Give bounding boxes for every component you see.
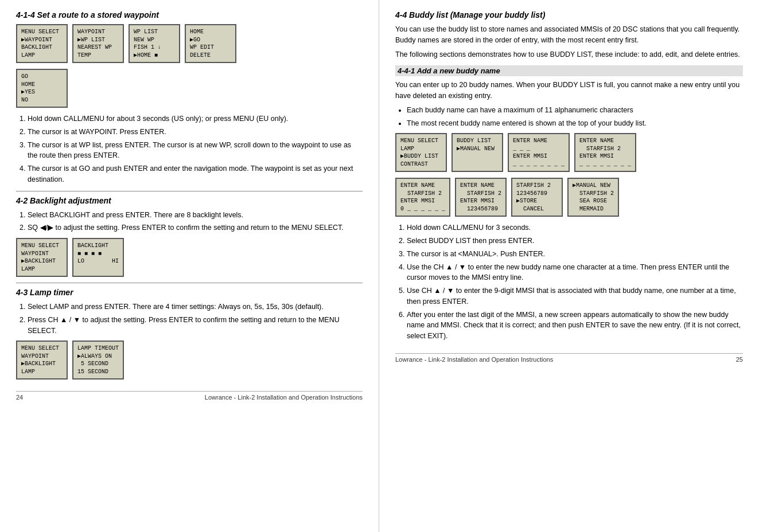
screen-row-backlight: MENU SELECT WAYPOINT ▶BACKLIGHT LAMP BAC… bbox=[16, 238, 363, 277]
section-title-4-4: 4-4 Buddy list (Manage your buddy list) bbox=[395, 10, 743, 19]
lcd-menu-select-backlight: MENU SELECT WAYPOINT ▶BACKLIGHT LAMP bbox=[16, 238, 68, 277]
lcd-enter-name-2: ENTER NAME STARFISH 2 ENTER MMSI _ _ _ _… bbox=[574, 133, 636, 172]
left-page: 4-1-4 Set a route to a stored waypoint M… bbox=[0, 0, 379, 532]
bullet-list: Each buddy name can have a maximum of 11… bbox=[407, 105, 743, 129]
left-footer-text: Lowrance - Link-2 Installation and Opera… bbox=[205, 394, 363, 401]
lcd-enter-mmsi-full: ENTER NAME STARFISH 2 ENTER MMSI 1234567… bbox=[455, 178, 507, 217]
section-title-4-3: 4-3 Lamp timer bbox=[16, 288, 363, 297]
lcd-lamp-timeout: LAMP TIMEOUT ▶ALWAYS ON 5 SECOND 15 SECO… bbox=[72, 341, 124, 380]
lcd-starfish-store: STARFISH 2 123456789 ▶STORE CANCEL bbox=[511, 178, 563, 217]
left-footer-page: 24 bbox=[16, 394, 23, 401]
lcd-wp-list: WP LIST NEW WP FISH 1 ↓ ▶HOME ■ bbox=[129, 24, 180, 63]
step-1-2: The cursor is at WAYPOINT. Press ENTER. bbox=[28, 127, 363, 138]
divider-1 bbox=[16, 191, 363, 191]
steps-list-3: Select LAMP and press ENTER. There are 4… bbox=[28, 302, 363, 336]
lcd-waypoint: WAYPOINT ▶WP LIST NEAREST WP TEMP bbox=[72, 24, 124, 63]
lcd-home: HOME ▶GO WP EDIT DELETE bbox=[185, 24, 236, 63]
lcd-menu-buddy-list: MENU SELECT LAMP ▶BUDDY LIST CONTRAST bbox=[395, 133, 447, 172]
left-footer: 24 Lowrance - Link-2 Installation and Op… bbox=[16, 391, 363, 401]
divider-2 bbox=[16, 283, 363, 283]
steps-list-2: Select BACKLIGHT and press ENTER. There … bbox=[28, 210, 363, 234]
buddy-step-6: After you enter the last digit of the MM… bbox=[407, 310, 743, 342]
step-2-2: SQ ◀/▶ to adjust the setting. Press ENTE… bbox=[28, 222, 363, 233]
buddy-screen-row-1: MENU SELECT LAMP ▶BUDDY LIST CONTRAST BU… bbox=[395, 133, 743, 172]
right-footer: Lowrance - Link-2 Installation and Opera… bbox=[395, 353, 743, 363]
lcd-menu-select-1: MENU SELECT ▶WAYPOINT BACKLIGHT LAMP bbox=[16, 24, 68, 63]
step-1-1: Hold down CALL/MENU for about 3 seconds … bbox=[28, 114, 363, 124]
steps-list-1: Hold down CALL/MENU for about 3 seconds … bbox=[28, 114, 363, 185]
intro-text-1: You can use the buddy list to store name… bbox=[395, 24, 743, 46]
section-title-4-2: 4-2 Backlight adjustment bbox=[16, 196, 363, 205]
subsection-title-4-4-1: 4-4-1 Add a new buddy name bbox=[395, 65, 743, 76]
section-title-4-1-4: 4-1-4 Set a route to a stored waypoint bbox=[16, 10, 363, 19]
buddy-step-1: Hold down CALL/MENU for 3 seconds. bbox=[407, 222, 743, 233]
screen-row-lamp: MENU SELECT WAYPOINT ▶BACKLIGHT LAMP LAM… bbox=[16, 341, 363, 380]
step-1-4: The cursor is at GO and push ENTER and e… bbox=[28, 163, 363, 185]
buddy-steps-list: Hold down CALL/MENU for 3 seconds. Selec… bbox=[407, 222, 743, 342]
step-2-1: Select BACKLIGHT and press ENTER. There … bbox=[28, 210, 363, 221]
step-1-3: The cursor is at WP list, press ENTER. T… bbox=[28, 140, 363, 162]
intro-text-2: The following sections demonstrates how … bbox=[395, 49, 743, 60]
lcd-enter-mmsi-partial: ENTER NAME STARFISH 2 ENTER MMSI 0 _ _ _… bbox=[395, 178, 450, 217]
buddy-step-4: Use the CH ▲ / ▼ to enter the new buddy … bbox=[407, 262, 743, 284]
lcd-buddy-list-manual: BUDDY LIST ▶MANUAL NEW bbox=[451, 133, 503, 172]
buddy-step-3: The cursor is at <MANUAL>. Push ENTER. bbox=[407, 249, 743, 260]
bullet-1: Each buddy name can have a maximum of 11… bbox=[407, 105, 743, 116]
right-footer-text: Lowrance - Link-2 Installation and Opera… bbox=[395, 356, 553, 363]
buddy-step-2: Select BUDDY LIST then press ENTER. bbox=[407, 236, 743, 247]
lcd-manual-new-list: ▶MANUAL NEW STARFISH 2 SEA ROSE MERMAID bbox=[567, 178, 619, 217]
right-page: 4-4 Buddy list (Manage your buddy list) … bbox=[379, 0, 759, 532]
lcd-menu-select-lamp: MENU SELECT WAYPOINT ▶BACKLIGHT LAMP bbox=[16, 341, 68, 380]
step-3-1: Select LAMP and press ENTER. There are 4… bbox=[28, 302, 363, 312]
bullet-2: The most recent buddy name entered is sh… bbox=[407, 118, 743, 129]
step-3-2: Press CH ▲ / ▼ to adjust the setting. Pr… bbox=[28, 315, 363, 337]
screen-row-2: GO HOME ▶YES NO bbox=[16, 69, 363, 108]
lcd-enter-name-1: ENTER NAME _ _ _ ENTER MMSI _ _ _ _ _ _ … bbox=[508, 133, 570, 172]
screen-row-1: MENU SELECT ▶WAYPOINT BACKLIGHT LAMP WAY… bbox=[16, 24, 363, 63]
lcd-go: GO HOME ▶YES NO bbox=[16, 69, 68, 108]
right-footer-page: 25 bbox=[736, 356, 743, 363]
lcd-backlight: BACKLIGHT ■ ■ ■ ■ LO HI bbox=[72, 238, 124, 277]
buddy-step-5: Use CH ▲ / ▼ to enter the 9-digit MMSI t… bbox=[407, 285, 743, 307]
sub-intro-text: You can enter up to 20 buddy names. When… bbox=[395, 80, 743, 101]
buddy-screen-row-2: ENTER NAME STARFISH 2 ENTER MMSI 0 _ _ _… bbox=[395, 178, 743, 217]
